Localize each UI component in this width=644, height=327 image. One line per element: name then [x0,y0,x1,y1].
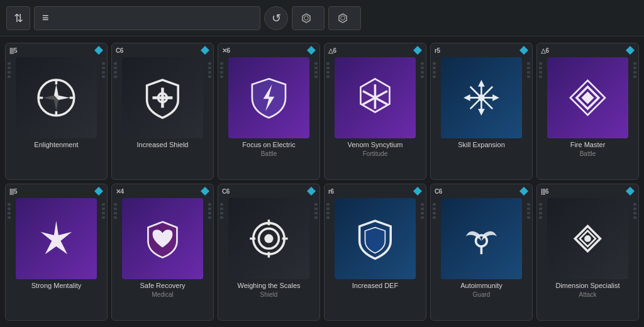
card-stripes-left [539,62,542,78]
card-category: Shield [260,291,278,298]
card-increased-def[interactable]: r6 Increased DEF [324,184,426,321]
svg-marker-1 [304,16,308,20]
card-stripes-left [8,203,11,219]
card-image [547,57,628,138]
card-name: Fire Master [568,141,608,149]
card-fire-master[interactable]: △6 Fire Master Battle [536,43,639,180]
card-header: C6 [431,184,532,197]
card-stripes-left [539,203,542,219]
card-stripes-right [102,203,105,219]
card-tier-badge: C6 [116,47,123,54]
card-name: Safe Recovery [137,282,187,290]
tier-symbol: C6 [435,188,442,195]
socket-selector[interactable] [328,6,361,30]
svg-marker-22 [478,80,485,87]
svg-marker-3 [341,16,345,20]
card-name: Skill Expansion [455,141,508,149]
card-stripes-right [527,62,530,78]
card-header: ✕6 [218,43,319,56]
card-tier-badge: r6 [328,188,333,195]
socket-icon [338,13,348,23]
card-header: C6 [218,184,319,197]
card-stripes-left [326,62,330,78]
card-safe-recovery[interactable]: ✕4 Safe Recovery Medical [111,184,214,321]
reset-icon: ↺ [272,11,281,25]
card-image [441,57,522,138]
sort-by-icon: ≡ [42,11,49,25]
card-stripes-right [421,203,424,219]
tier-symbol: ✕4 [116,188,124,195]
card-weighing-scales[interactable]: C6 Weighing the Scales Shield [218,184,320,321]
card-focus-electric[interactable]: ✕6 Focus on Electric Battle [218,43,320,180]
card-category: Guard [473,291,491,298]
svg-point-32 [264,234,273,243]
card-stripes-left [220,203,223,219]
card-stripes-right [527,203,530,219]
card-tier-badge: △6 [328,47,336,54]
svg-rect-27 [581,91,594,104]
card-image [547,198,628,279]
card-tier-badge: ✕6 [222,47,230,54]
card-category: Battle [261,150,277,157]
card-stripes-left [433,203,436,219]
card-strong-mentality[interactable]: |||5 Strong Mentality [5,184,108,321]
card-category: Medical [152,291,173,298]
card-gem [94,187,103,196]
sort-selector[interactable]: ≡ [34,6,260,30]
card-category: Attack [579,291,597,298]
svg-marker-24 [464,94,470,101]
card-stripes-right [208,203,211,219]
svg-marker-0 [303,14,310,23]
card-name: Increased Shield [135,141,191,149]
card-tier-badge: ✕4 [116,188,124,195]
card-stripes-left [114,203,117,219]
card-dimension-specialist[interactable]: |||6 Dimension Specialist Attack [536,184,639,321]
card-name: Venom Syncytium [345,141,405,149]
card-header: C6 [112,43,213,56]
card-stripes-right [421,62,424,78]
svg-marker-25 [492,94,499,101]
card-name: Focus on Electric [240,141,297,149]
card-image [335,198,416,279]
toolbar: ⇅ ≡ ↺ [0,0,644,36]
tier-symbol: △6 [541,47,549,54]
card-image [228,57,309,138]
card-venom-syncytium[interactable]: △6 Venom Syncytium Fortitude [324,43,426,180]
tier-symbol: △6 [328,47,336,54]
cards-grid: |||5 Enlightenment C6 [0,36,644,327]
svg-marker-2 [339,14,347,23]
card-header: r6 [325,184,426,197]
card-header: r5 [431,43,532,56]
tier-symbol: ✕6 [222,47,230,54]
card-name: Increased DEF [350,282,401,290]
card-enlightenment[interactable]: |||5 Enlightenment [5,43,108,180]
card-header: |||5 [6,43,107,56]
card-image [16,57,97,138]
card-name: Autoimmunity [458,282,505,290]
card-image [16,198,97,279]
tier-selector[interactable] [292,6,325,30]
svg-marker-23 [478,109,485,116]
card-gem [626,187,635,196]
card-header: |||5 [6,184,107,197]
card-stripes-right [633,62,636,78]
card-autoimmunity[interactable]: C6 Autoimmunity Guard [430,184,533,321]
reset-button[interactable]: ↺ [264,6,288,30]
svg-marker-5 [54,84,58,97]
svg-point-41 [584,235,591,242]
card-header: |||6 [537,184,638,197]
tier-symbol: C6 [222,188,230,195]
card-stripes-right [208,62,211,78]
card-tier-badge: |||5 [9,188,17,195]
card-tier-badge: △6 [541,47,549,54]
card-gem [413,46,422,55]
card-tier-badge: |||6 [541,188,548,195]
card-image [441,198,522,279]
card-gem [626,46,635,55]
card-skill-expansion[interactable]: r5 Skill Expansion [430,43,533,180]
card-image [335,57,416,138]
card-stripes-right [102,62,105,78]
card-gem [307,187,316,196]
card-increased-shield[interactable]: C6 Increased Shield [111,43,214,180]
tier-symbol: r6 [328,188,333,195]
